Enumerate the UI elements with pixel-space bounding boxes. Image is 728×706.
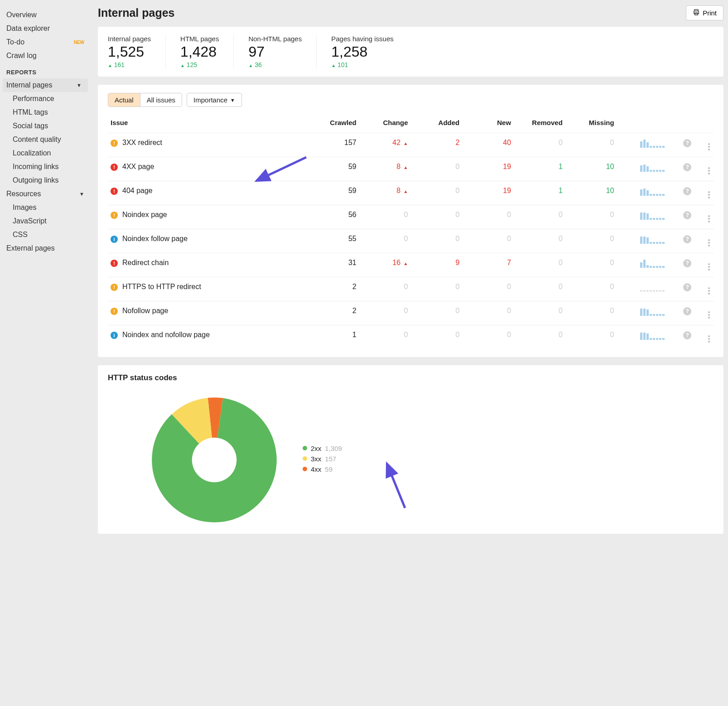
removed-value: 0: [514, 301, 565, 325]
sidebar-subitem[interactable]: CSS: [0, 228, 91, 242]
help-icon[interactable]: ?: [683, 259, 691, 267]
sidebar-item[interactable]: Internal pages▼: [3, 78, 88, 92]
help-icon[interactable]: ?: [683, 139, 691, 147]
table-row[interactable]: !Redirect chain 31 16 ▲ 9 7 0 0 ?: [108, 253, 714, 277]
page-title: Internal pages: [98, 6, 175, 19]
help-icon[interactable]: ?: [683, 187, 691, 195]
stat-block: Internal pages 1,525 ▲ 161: [108, 35, 166, 68]
removed-value: 1: [514, 181, 565, 205]
help-icon[interactable]: ?: [683, 283, 691, 291]
legend-value: 59: [325, 465, 333, 473]
legend-item[interactable]: 2xx 1,309: [303, 445, 342, 452]
sidebar-subitem[interactable]: Social tags: [0, 119, 91, 133]
more-menu-icon[interactable]: [707, 238, 711, 247]
issue-name: 3XX redirect: [122, 139, 162, 147]
removed-value: 0: [514, 325, 565, 349]
sidebar-item[interactable]: To-doNEW: [0, 35, 91, 49]
importance-dropdown[interactable]: Importance ▼: [187, 93, 242, 107]
added-value: 0: [411, 157, 463, 181]
sidebar-subitem[interactable]: Incoming links: [0, 160, 91, 174]
help-icon[interactable]: ?: [683, 163, 691, 171]
stat-value: 97: [248, 44, 302, 60]
warn-icon: !: [111, 284, 118, 291]
issues-card: Actual All issues Importance ▼ Issue Cra…: [98, 85, 723, 357]
issue-name: Noindex and nofollow page: [122, 331, 210, 339]
sidebar-item[interactable]: Data explorer: [0, 22, 91, 35]
print-icon: [693, 9, 700, 17]
table-row[interactable]: iNoindex and nofollow page 1 0 0 0 0 0 ?: [108, 325, 714, 349]
more-menu-icon[interactable]: [707, 142, 711, 151]
added-value: 0: [411, 277, 463, 301]
help-icon[interactable]: ?: [683, 307, 691, 315]
sparkline: [640, 307, 665, 316]
sidebar-item[interactable]: Overview: [0, 8, 91, 22]
sidebar-item[interactable]: Resources▼: [0, 187, 91, 201]
new-value: 0: [462, 325, 514, 349]
help-icon[interactable]: ?: [683, 211, 691, 219]
chevron-down-icon: ▼: [77, 82, 82, 88]
more-menu-icon[interactable]: [707, 214, 711, 223]
sidebar-subitem[interactable]: Images: [0, 201, 91, 214]
change-value: 16 ▲: [359, 253, 411, 277]
change-value: 0: [359, 277, 411, 301]
table-row[interactable]: !3XX redirect 157 42 ▲ 2 40 0 0 ?: [108, 133, 714, 157]
col-new: New: [462, 115, 514, 133]
actual-tab[interactable]: Actual: [108, 93, 140, 106]
sidebar-subitem[interactable]: Performance: [0, 92, 91, 106]
missing-value: 0: [565, 253, 617, 277]
help-icon[interactable]: ?: [683, 331, 691, 339]
table-row[interactable]: iNoindex follow page 55 0 0 0 0 0 ?: [108, 229, 714, 253]
more-menu-icon[interactable]: [707, 190, 711, 199]
all-issues-tab[interactable]: All issues: [140, 93, 182, 106]
more-menu-icon[interactable]: [707, 166, 711, 175]
stat-delta: ▲ 36: [248, 61, 302, 68]
print-label: Print: [703, 9, 717, 17]
warn-icon: !: [111, 212, 118, 219]
stat-value: 1,525: [108, 44, 151, 60]
stat-label: Non-HTML pages: [248, 35, 302, 43]
removed-value: 0: [514, 277, 565, 301]
sidebar-item[interactable]: External pages: [0, 242, 91, 255]
crawled-value: 31: [308, 253, 359, 277]
sidebar: OverviewData explorerTo-doNEWCrawl log R…: [0, 0, 91, 706]
legend-value: 157: [325, 455, 336, 463]
table-row[interactable]: !404 page 59 8 ▲ 0 19 1 10 ?: [108, 181, 714, 205]
legend-label: 2xx: [311, 445, 321, 452]
col-issue: Issue: [108, 115, 308, 133]
stat-block: Non-HTML pages 97 ▲ 36: [248, 35, 317, 68]
sidebar-subitem[interactable]: Content quality: [0, 133, 91, 146]
stat-delta: ▲ 161: [108, 61, 151, 68]
sparkline: [640, 187, 665, 196]
table-row[interactable]: !HTTPS to HTTP redirect 2 0 0 0 0 0 ?: [108, 277, 714, 301]
more-menu-icon[interactable]: [707, 334, 711, 343]
svg-point-4: [192, 438, 237, 483]
table-row[interactable]: !Nofollow page 2 0 0 0 0 0 ?: [108, 301, 714, 325]
new-value: 40: [462, 133, 514, 157]
table-row[interactable]: !4XX page 59 8 ▲ 0 19 1 10 ?: [108, 157, 714, 181]
stat-label: Pages having issues: [331, 35, 394, 43]
added-value: 2: [411, 133, 463, 157]
error-icon: !: [111, 164, 118, 171]
missing-value: 0: [565, 301, 617, 325]
legend-item[interactable]: 4xx 59: [303, 465, 342, 473]
main-content: Internal pages Print Internal pages 1,52…: [91, 0, 728, 706]
crawled-value: 59: [308, 181, 359, 205]
removed-value: 1: [514, 157, 565, 181]
help-icon[interactable]: ?: [683, 235, 691, 243]
table-row[interactable]: !Noindex page 56 0 0 0 0 0 ?: [108, 205, 714, 229]
sidebar-item[interactable]: Crawl log: [0, 49, 91, 63]
print-button[interactable]: Print: [686, 5, 723, 20]
more-menu-icon[interactable]: [707, 310, 711, 319]
sidebar-subitem[interactable]: Localization: [0, 146, 91, 160]
chevron-down-icon: ▼: [230, 97, 235, 103]
legend-item[interactable]: 3xx 157: [303, 455, 342, 463]
more-menu-icon[interactable]: [707, 286, 711, 295]
sidebar-subitem[interactable]: JavaScript: [0, 214, 91, 228]
new-value: 19: [462, 157, 514, 181]
more-menu-icon[interactable]: [707, 262, 711, 271]
sidebar-subitem[interactable]: Outgoing links: [0, 174, 91, 187]
change-value: 0: [359, 205, 411, 229]
stat-delta: ▲ 101: [331, 61, 394, 68]
crawled-value: 56: [308, 205, 359, 229]
sidebar-subitem[interactable]: HTML tags: [0, 106, 91, 119]
